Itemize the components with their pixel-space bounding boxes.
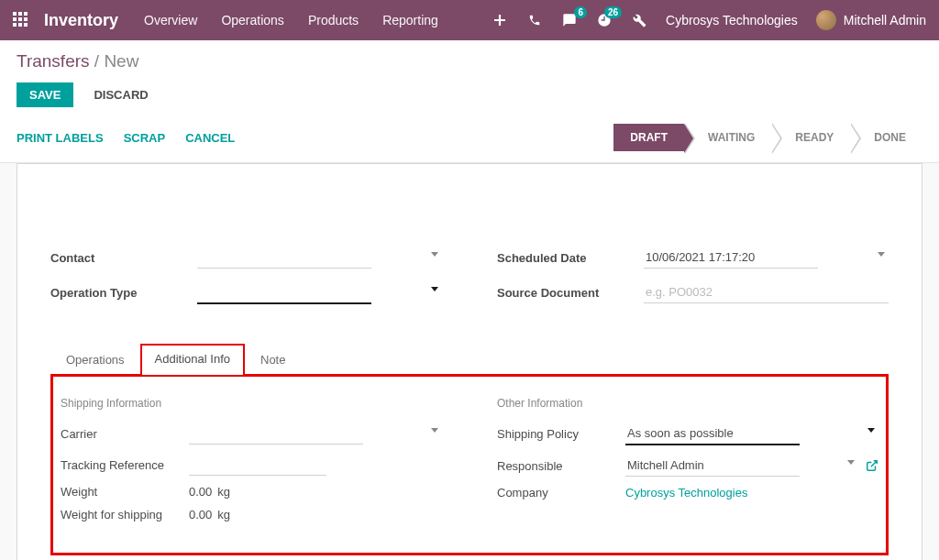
chevron-down-icon — [431, 428, 438, 433]
status-waiting[interactable]: WAITING — [684, 124, 771, 151]
tracking-label: Tracking Reference — [61, 458, 189, 472]
chevron-down-icon — [867, 428, 875, 433]
breadcrumb: Transfers / New — [17, 51, 922, 71]
shipping-section-title: Shipping Information — [61, 397, 442, 410]
chevron-down-icon — [847, 460, 855, 465]
scrap-button[interactable]: SCRAP — [124, 131, 166, 145]
field-source-document: Source Document — [497, 281, 889, 303]
weight-shipping-unit: kg — [217, 508, 230, 522]
tab-note[interactable]: Note — [245, 344, 301, 375]
phone-icon[interactable] — [526, 12, 543, 28]
field-operation-type: Operation Type — [50, 281, 442, 304]
source-document-input[interactable] — [644, 281, 889, 303]
responsible-label: Responsible — [497, 459, 625, 473]
avatar — [816, 10, 836, 30]
shipping-policy-label: Shipping Policy — [497, 427, 625, 441]
cancel-button[interactable]: CANCEL — [185, 131, 235, 145]
tab-operations[interactable]: Operations — [50, 344, 140, 375]
form-top-row: Contact Operation Type Scheduled Date — [50, 247, 889, 317]
company-value[interactable]: Cybrosys Technologies — [625, 486, 747, 500]
weight-shipping-value: 0.00 — [189, 508, 212, 522]
page-header: Transfers / New SAVE DISCARD — [0, 40, 939, 115]
source-document-label: Source Document — [497, 286, 644, 300]
other-section-title: Other Information — [497, 397, 878, 410]
save-button[interactable]: SAVE — [17, 82, 73, 107]
field-company: Company Cybrosys Technologies — [497, 486, 878, 500]
form-actions: PRINT LABELS SCRAP CANCEL — [17, 131, 235, 145]
menu-products[interactable]: Products — [308, 13, 359, 27]
chat-badge: 6 — [574, 6, 587, 18]
weight-value: 0.00 — [189, 485, 212, 499]
scheduled-date-input[interactable] — [644, 247, 818, 269]
responsible-input[interactable] — [625, 455, 800, 477]
weight-unit: kg — [217, 485, 230, 499]
discard-button[interactable]: DISCARD — [86, 82, 155, 107]
user-name: Mitchell Admin — [844, 13, 926, 27]
company-switcher[interactable]: Cybrosys Technologies — [666, 13, 798, 27]
operation-type-label: Operation Type — [50, 286, 197, 300]
menu-reporting[interactable]: Reporting — [382, 13, 438, 27]
weight-shipping-label: Weight for shipping — [61, 508, 189, 522]
menu-overview[interactable]: Overview — [144, 13, 197, 27]
field-scheduled-date: Scheduled Date — [497, 247, 889, 269]
form-tabs: Operations Additional Info Note — [50, 343, 889, 375]
form-card: Contact Operation Type Scheduled Date — [17, 163, 922, 560]
status-draft[interactable]: DRAFT — [613, 124, 684, 151]
chevron-down-icon — [878, 252, 885, 257]
breadcrumb-current: New — [104, 51, 138, 71]
additional-info-panel: Shipping Information Carrier Tracking Re… — [50, 374, 889, 555]
field-responsible: Responsible — [497, 455, 878, 477]
operation-type-input[interactable] — [197, 281, 371, 304]
status-ready[interactable]: READY — [771, 124, 850, 151]
contact-label: Contact — [50, 251, 197, 265]
tab-additional-info[interactable]: Additional Info — [140, 344, 245, 375]
field-carrier: Carrier — [61, 423, 442, 445]
main-menu: Overview Operations Products Reporting — [144, 13, 438, 27]
top-navbar: Inventory Overview Operations Products R… — [0, 0, 939, 40]
print-labels-button[interactable]: PRINT LABELS — [17, 131, 104, 145]
header-actions: SAVE DISCARD — [17, 82, 922, 107]
breadcrumb-parent[interactable]: Transfers — [17, 51, 90, 71]
shipping-policy-input[interactable] — [625, 423, 800, 445]
weight-label: Weight — [61, 485, 189, 499]
activity-badge: 26 — [604, 6, 622, 18]
breadcrumb-separator: / — [94, 51, 105, 71]
app-name[interactable]: Inventory — [44, 11, 118, 30]
action-bar: PRINT LABELS SCRAP CANCEL DRAFT WAITING … — [0, 115, 939, 163]
plus-icon[interactable] — [492, 12, 508, 28]
apps-icon[interactable] — [13, 12, 29, 28]
carrier-label: Carrier — [61, 427, 189, 441]
chevron-down-icon — [431, 287, 438, 291]
menu-operations[interactable]: Operations — [221, 13, 283, 27]
activity-icon[interactable]: 26 — [596, 12, 613, 28]
status-bar: DRAFT WAITING READY DONE — [613, 124, 922, 151]
user-menu[interactable]: Mitchell Admin — [816, 10, 926, 30]
navbar-right: 6 26 Cybrosys Technologies Mitchell Admi… — [492, 10, 926, 30]
carrier-input[interactable] — [189, 423, 363, 445]
tracking-input[interactable] — [189, 454, 326, 476]
scheduled-date-label: Scheduled Date — [497, 251, 644, 265]
wrench-icon[interactable] — [631, 12, 647, 28]
contact-input[interactable] — [197, 247, 371, 269]
field-tracking: Tracking Reference — [61, 454, 442, 476]
field-weight: Weight 0.00 kg — [61, 485, 442, 499]
company-label: Company — [497, 486, 625, 500]
field-shipping-policy: Shipping Policy — [497, 423, 878, 445]
chat-icon[interactable]: 6 — [561, 12, 578, 28]
chevron-down-icon — [431, 252, 438, 257]
external-link-icon[interactable] — [866, 459, 878, 472]
field-weight-shipping: Weight for shipping 0.00 kg — [61, 508, 442, 522]
field-contact: Contact — [50, 247, 442, 269]
